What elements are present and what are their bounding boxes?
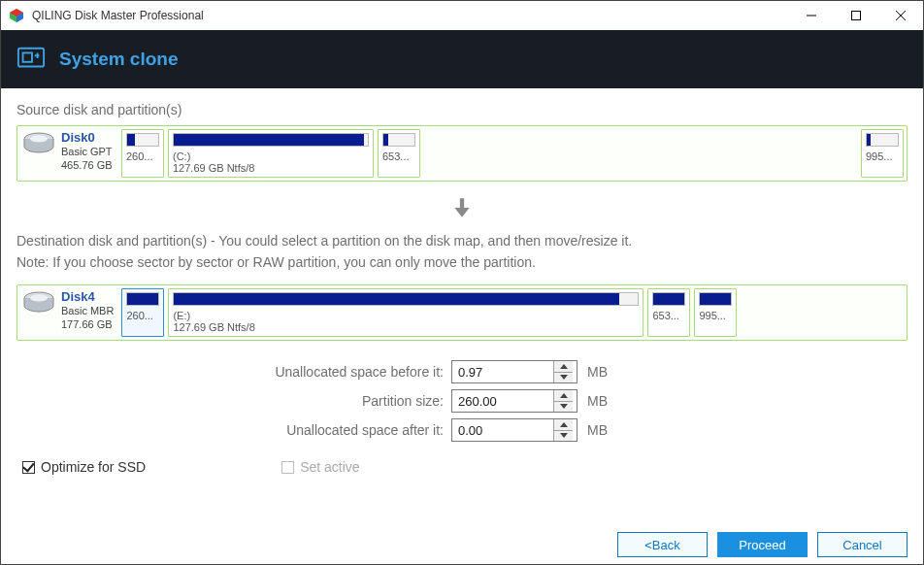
checkbox-icon [22, 461, 35, 474]
destination-disk-strip: Disk4 Basic MBR 177.66 GB 260... (E:) 12… [16, 284, 908, 341]
spin-down-icon[interactable] [554, 402, 573, 413]
spin-up-icon[interactable] [554, 361, 573, 373]
svg-point-9 [30, 295, 48, 302]
source-disk-info: Disk0 Basic GPT 465.76 GB [20, 129, 117, 178]
source-disk-size: 465.76 GB [61, 158, 113, 172]
destination-hint-2: Note: If you choose sector by sector or … [16, 251, 908, 273]
cancel-button[interactable]: Cancel [817, 532, 908, 557]
destination-partition[interactable]: 260... [121, 288, 164, 337]
page-title: System clone [59, 49, 179, 70]
spin-down-icon[interactable] [554, 373, 573, 383]
proceed-button[interactable]: Proceed [717, 532, 808, 557]
spin-up-icon[interactable] [554, 419, 573, 431]
destination-partition[interactable]: 995... [694, 288, 737, 337]
unit-label: MB [587, 393, 608, 409]
partition-size-input[interactable] [451, 389, 578, 413]
page-header: System clone [1, 30, 923, 88]
space-before-input[interactable] [451, 360, 578, 383]
source-partition[interactable]: 995... [861, 129, 904, 178]
titlebar: QILING Disk Master Professional [1, 1, 923, 30]
close-button[interactable] [878, 1, 923, 30]
back-button[interactable]: <Back [617, 532, 708, 557]
spin-down-icon[interactable] [554, 431, 573, 442]
hdd-icon [22, 131, 55, 156]
source-partition[interactable]: (C:) 127.69 GB Ntfs/8 [168, 129, 374, 178]
space-after-label: Unallocated space after it: [16, 422, 451, 438]
system-clone-icon [16, 45, 46, 74]
svg-point-7 [30, 136, 48, 143]
source-disk-type: Basic GPT [61, 145, 113, 158]
app-logo-icon [9, 8, 24, 23]
source-disk-name: Disk0 [61, 131, 113, 145]
destination-disk-info: Disk4 Basic MBR 177.66 GB [20, 288, 117, 337]
destination-disk-name: Disk4 [61, 290, 114, 304]
destination-disk-size: 177.66 GB [61, 317, 114, 331]
set-active-checkbox: Set active [281, 459, 359, 475]
source-partition[interactable]: 260... [121, 129, 164, 178]
svg-rect-5 [23, 52, 32, 61]
source-disk-strip: Disk0 Basic GPT 465.76 GB 260... (C:) 12… [16, 125, 908, 182]
destination-partition[interactable]: 653... [647, 288, 690, 337]
source-partition[interactable]: 653... [378, 129, 420, 178]
checkbox-icon [281, 461, 294, 474]
footer: <Back Proceed Cancel [1, 525, 923, 564]
space-after-input[interactable] [451, 418, 578, 442]
destination-disk-type: Basic MBR [61, 304, 114, 317]
hdd-icon [22, 290, 55, 316]
destination-partition[interactable]: (E:) 127.69 GB Ntfs/8 [168, 288, 644, 337]
maximize-button[interactable] [834, 1, 878, 30]
spin-up-icon[interactable] [554, 390, 573, 402]
unit-label: MB [587, 422, 608, 438]
unit-label: MB [587, 364, 608, 380]
arrow-down-icon [16, 195, 908, 220]
minimize-button[interactable] [789, 1, 834, 30]
optimize-ssd-checkbox[interactable]: Optimize for SSD [22, 459, 146, 475]
partition-size-label: Partition size: [16, 393, 451, 409]
source-section-label: Source disk and partition(s) [16, 102, 908, 117]
space-before-label: Unallocated space before it: [16, 364, 451, 380]
window-title: QILING Disk Master Professional [32, 9, 789, 22]
destination-hint-1: Destination disk and partition(s) - You … [16, 230, 908, 251]
svg-rect-3 [852, 12, 861, 20]
